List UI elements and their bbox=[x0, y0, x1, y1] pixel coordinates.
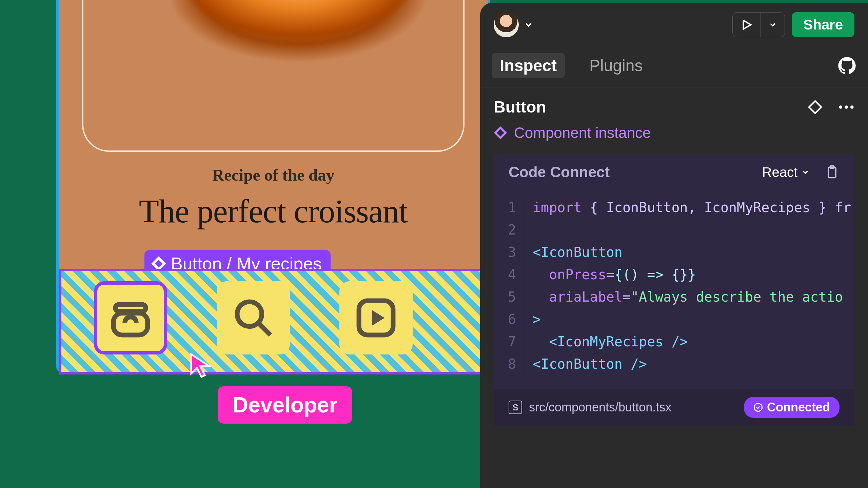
recipe-subtitle: Recipe of the day bbox=[59, 165, 488, 185]
component-instance-label: Component instance bbox=[514, 124, 651, 141]
connected-badge: Connected bbox=[744, 397, 840, 418]
framework-label: React bbox=[762, 165, 798, 180]
chevron-down-icon bbox=[801, 168, 810, 177]
open-component-icon[interactable] bbox=[807, 99, 823, 115]
share-button[interactable]: Share bbox=[792, 12, 854, 37]
panel-toolbar: Share bbox=[480, 3, 868, 47]
nav-icons bbox=[61, 281, 413, 354]
selected-nav-row[interactable] bbox=[59, 269, 490, 374]
hero-card-border bbox=[82, 0, 465, 152]
search-icon bbox=[230, 294, 277, 342]
share-button-label: Share bbox=[803, 17, 843, 33]
storybook-icon: S bbox=[509, 401, 522, 414]
svg-point-8 bbox=[845, 105, 848, 109]
nav-icon-play[interactable] bbox=[339, 281, 413, 354]
code-file-path: src/components/button.tsx bbox=[529, 400, 671, 414]
code-connect-footer: S src/components/button.tsx Connected bbox=[494, 389, 854, 426]
selection-section: Button bbox=[480, 87, 868, 120]
code-connect-header: Code Connect React bbox=[494, 154, 854, 191]
avatar[interactable] bbox=[494, 12, 519, 37]
svg-rect-0 bbox=[115, 305, 146, 311]
selection-cursor-icon bbox=[188, 352, 215, 379]
recipe-title: The perfect croissant bbox=[59, 192, 488, 230]
panel-tabs: Inspect Plugins bbox=[480, 47, 868, 87]
code-body[interactable]: 1 2 3 4 5 6 7 8 import { IconButton, Ico… bbox=[494, 191, 854, 389]
component-diamond-icon bbox=[494, 126, 507, 140]
connected-label: Connected bbox=[767, 400, 830, 414]
clipboard-icon[interactable] bbox=[825, 165, 840, 180]
svg-line-3 bbox=[259, 324, 271, 335]
tab-inspect[interactable]: Inspect bbox=[492, 53, 565, 78]
tab-plugins[interactable]: Plugins bbox=[581, 53, 651, 78]
svg-point-9 bbox=[850, 105, 854, 109]
framework-select[interactable]: React bbox=[762, 165, 810, 180]
selection-title: Button bbox=[494, 98, 546, 116]
run-options-button[interactable] bbox=[761, 13, 785, 37]
svg-marker-5 bbox=[372, 310, 384, 326]
chevron-down-icon bbox=[768, 20, 777, 29]
inspect-panel: Share Inspect Plugins Button Component i… bbox=[480, 3, 868, 488]
nav-icon-search[interactable] bbox=[217, 281, 290, 354]
more-icon[interactable] bbox=[838, 104, 854, 110]
github-icon[interactable] bbox=[837, 56, 856, 75]
developer-badge: Developer bbox=[218, 386, 352, 424]
svg-point-7 bbox=[839, 105, 842, 109]
svg-point-2 bbox=[237, 302, 262, 326]
play-outline-icon bbox=[740, 18, 753, 31]
play-icon bbox=[352, 294, 400, 342]
code-connect-card: Code Connect React 1 2 3 4 5 6 7 8 impor… bbox=[494, 154, 854, 426]
line-numbers: 1 2 3 4 5 6 7 8 bbox=[494, 196, 523, 375]
code-connect-title: Code Connect bbox=[509, 164, 610, 181]
run-button[interactable] bbox=[733, 13, 761, 37]
run-button-group bbox=[732, 12, 785, 37]
component-instance-link[interactable]: Component instance bbox=[480, 120, 868, 154]
code-content: import { IconButton, IconMyRecipes } fr … bbox=[523, 196, 854, 375]
check-circle-icon bbox=[753, 403, 763, 412]
nav-icon-recipes[interactable] bbox=[94, 281, 167, 354]
chevron-down-icon[interactable] bbox=[524, 20, 534, 30]
svg-marker-6 bbox=[744, 20, 751, 29]
recipes-icon bbox=[107, 294, 154, 342]
